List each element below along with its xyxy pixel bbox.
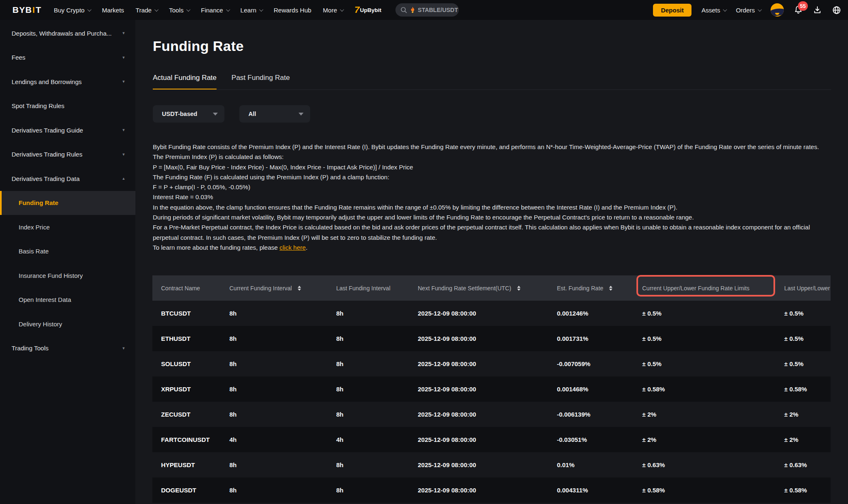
nav-item-trade[interactable]: Trade [130,0,164,20]
table-cell: 2025-12-09 08:00:00 [409,477,548,503]
table-cell: ± 0.58% [634,376,776,402]
sort-icon[interactable] [609,286,612,291]
table-cell: 8h [328,301,409,326]
table-row-hypeusdt[interactable]: HYPEUSDT8h8h2025-12-09 08:00:000.01%± 0.… [152,452,831,477]
nav-item-label: Buy Crypto [54,7,84,14]
nav-item-learn[interactable]: Learn [235,0,268,20]
sidebar-item-funding-rate[interactable]: Funding Rate [0,191,135,215]
sidebar-item-label: Derivatives Trading Rules [12,151,82,158]
table-row-dogeusdt[interactable]: DOGEUSDT8h8h2025-12-09 08:00:000.004311%… [152,477,831,503]
table-cell: ± 0.5% [776,326,831,351]
caret-down-icon [213,113,218,116]
top-navigation: BYBIT Buy CryptoMarketsTradeToolsFinance… [0,0,848,20]
sidebar-item-label: Deposits, Withdrawals and Purcha... [12,30,112,37]
table-cell: 0.001731% [548,326,634,351]
sort-icon[interactable] [517,286,520,291]
sidebar-item-derivatives-trading-rules[interactable]: Derivatives Trading Rules▼ [0,142,135,167]
table-row-xrpusdt[interactable]: XRPUSDT8h8h2025-12-09 08:00:000.001468%±… [152,376,831,402]
table-cell: 8h [328,477,409,503]
nav-item-label: Trade [136,7,152,14]
sidebar-item-derivatives-trading-guide[interactable]: Derivatives Trading Guide▼ [0,118,135,142]
sidebar-item-insurance-fund-history[interactable]: Insurance Fund History [0,263,135,288]
sidebar-item-delivery-history[interactable]: Delivery History [0,312,135,336]
nav-item-tools[interactable]: Tools [163,0,195,20]
table-row-btcusdt[interactable]: BTCUSDT8h8h2025-12-09 08:00:000.001246%±… [152,301,831,326]
nav-item-label: Learn [241,7,256,14]
table-cell: 0.01% [548,452,634,477]
nav-item-markets[interactable]: Markets [96,0,130,20]
sidebar-item-open-interest-data[interactable]: Open Interest Data [0,288,135,312]
table-row-solusdt[interactable]: SOLUSDT8h8h2025-12-09 08:00:00-0.007059%… [152,351,831,376]
column-header-current-funding-interval[interactable]: Current Funding Interval [221,275,328,301]
tab-actual-funding-rate[interactable]: Actual Funding Rate [153,74,217,90]
sidebar-item-index-price[interactable]: Index Price [0,215,135,239]
triangle-down-icon: ▼ [122,31,125,35]
table-cell: 2025-12-09 08:00:00 [409,351,548,376]
nav-item-rewards-hub[interactable]: Rewards Hub [268,0,317,20]
nav-item-label: Markets [102,7,124,14]
language-globe-button[interactable] [832,5,841,15]
table-cell: ± 0.5% [634,351,776,376]
column-header-inner: Last Funding Interval [336,285,409,292]
sort-desc-arrow [517,289,520,291]
table-cell: 8h [328,351,409,376]
link-line-suffix: . [306,244,307,251]
table-cell: 2025-12-09 08:00:00 [409,326,548,351]
sidebar-item-lendings-and-borrowings[interactable]: Lendings and Borrowings▼ [0,70,135,94]
sidebar-item-derivatives-trading-data[interactable]: Derivatives Trading Data▲ [0,166,135,191]
download-app-button[interactable] [813,5,822,14]
contract-name-cell: ETHUSDT [152,326,221,351]
nav-item-label: Finance [201,7,223,14]
sidebar-item-label: Basis Rate [19,248,49,255]
table-cell: ± 0.5% [634,301,776,326]
contract-name-cell: FARTCOINUSDT [152,427,221,452]
table-row-ethusdt[interactable]: ETHUSDT8h8h2025-12-09 08:00:000.001731%±… [152,326,831,351]
sidebar-item-spot-trading-rules[interactable]: Spot Trading Rules [0,94,135,118]
description-line: F = P + clamp(I - P, 0.05%, -0.05%) [153,182,833,192]
orders-menu[interactable]: Orders [736,0,761,20]
contract-filter-value: All [248,111,256,117]
nav-item-more[interactable]: More [317,0,349,20]
table-cell: 8h [328,376,409,402]
sidebar-item-trading-tools[interactable]: Trading Tools▼ [0,336,135,361]
assets-menu[interactable]: Assets [701,0,726,20]
click-here-link[interactable]: click here [279,244,306,251]
topnav-menu: Buy CryptoMarketsTradeToolsFinanceLearnR… [48,0,349,20]
sidebar-item-fees[interactable]: Fees▼ [0,46,135,70]
sidebar-item-label: Lendings and Borrowings [12,78,82,85]
table-cell: 8h [221,326,328,351]
description-line: The Funding Rate (F) is calculated using… [153,172,833,182]
description-line: The Premium Index (P) is calculated as f… [153,152,833,162]
avatar[interactable] [771,3,784,17]
deposit-button[interactable]: Deposit [653,4,691,17]
column-header-next-funding-rate-settlement-utc[interactable]: Next Funding Rate Settlement(UTC) [409,275,548,301]
table-cell: 4h [328,427,409,452]
chevron-down-icon [186,7,190,12]
column-header-label: Est. Funding Rate [557,285,603,292]
search-box[interactable]: STABLE/USDT [395,3,459,17]
column-header-inner: Current Funding Interval [229,285,328,292]
column-header-last-upper-lower-funding-rate-limits: Last Upper/Lower Funding Rate Limits [776,275,831,301]
contract-filter-dropdown[interactable]: All [239,105,310,123]
contract-name-cell: SOLUSDT [152,351,221,376]
column-header-est-funding-rate[interactable]: Est. Funding Rate [548,275,634,301]
sort-icon[interactable] [298,286,301,291]
sidebar-item-basis-rate[interactable]: Basis Rate [0,239,135,264]
nav-item-buy-crypto[interactable]: Buy Crypto [48,0,96,20]
upbybit-logo[interactable]: 7 UpBybit [354,5,381,15]
notifications-button[interactable]: 55 [794,5,803,14]
nav-item-finance[interactable]: Finance [195,0,234,20]
bybit-logo[interactable]: BYBIT [12,5,41,15]
table-row-zecusdt[interactable]: ZECUSDT8h8h2025-12-09 08:00:00-0.006139%… [152,402,831,427]
table-cell: 2025-12-09 08:00:00 [409,427,548,452]
sidebar-item-deposits-withdrawals-and-purcha[interactable]: Deposits, Withdrawals and Purcha...▼ [0,21,135,46]
chevron-down-icon [758,7,762,12]
notification-badge: 55 [798,1,808,11]
margin-type-dropdown[interactable]: USDT-based [153,105,224,123]
contract-name-cell: DOGEUSDT [152,477,221,503]
funding-rate-description: Bybit Funding Rate consists of the Premi… [153,142,833,253]
table-row-fartcoinusdt[interactable]: FARTCOINUSDT4h4h2025-12-09 08:00:00-0.03… [152,427,831,452]
tab-past-funding-rate[interactable]: Past Funding Rate [231,74,290,90]
table-cell: -0.007059% [548,351,634,376]
contract-name-cell: ZECUSDT [152,402,221,427]
